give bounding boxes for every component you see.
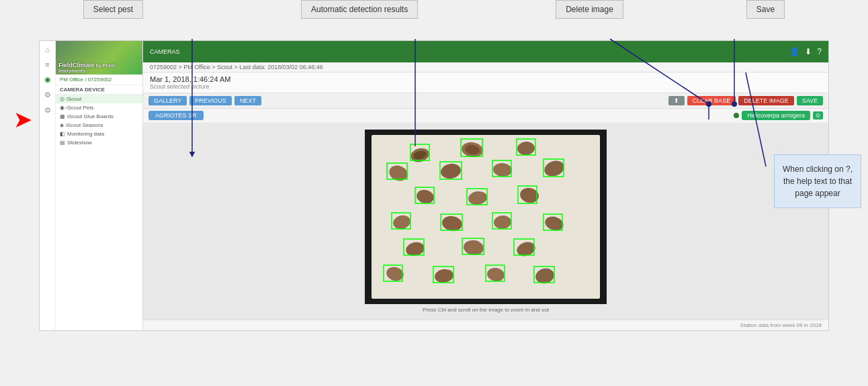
- annotation-labels-row: Select pest Automatic detection results …: [0, 0, 868, 40]
- helicoverpa-button[interactable]: Helicoverpa armigera: [742, 111, 810, 120]
- red-arrow: ➤: [14, 108, 31, 132]
- detection-svg: [365, 130, 607, 304]
- helicoverpa-container: Helicoverpa armigera 0: [734, 111, 823, 120]
- gallery-button[interactable]: GALLERY: [148, 96, 187, 105]
- help-tooltip-text: When clicking on ?, the help text to tha…: [783, 164, 853, 198]
- breadcrumb: 07259002 > PM Office > Scout > Last data…: [143, 62, 828, 73]
- camera-nav: AGRIOTES SR Helicoverpa armigera 0: [143, 109, 828, 123]
- delete-image-label: Delete image: [556, 0, 623, 19]
- help-tooltip: When clicking on ?, the help text to tha…: [774, 154, 861, 208]
- seasons-label: iScout Seasons: [66, 122, 103, 128]
- upload-button[interactable]: ⬆: [668, 96, 685, 105]
- previous-button[interactable]: PREVIOUS: [189, 96, 232, 105]
- pest-dropdown[interactable]: AGRIOTES SR: [148, 111, 204, 120]
- sidebar-home-icon[interactable]: ⌂: [45, 42, 50, 57]
- nav-item-slideshow[interactable]: ▤ Slideshow: [56, 138, 142, 147]
- header-icons: 👤 ⬇ ?: [789, 47, 822, 56]
- glue-boards-label: iScout Glue Boards: [67, 113, 114, 119]
- app-header: CAMERAS 👤 ⬇ ?: [143, 41, 828, 62]
- sidebar-menu-icon[interactable]: ≡: [45, 57, 49, 72]
- station-id: PM Office / 07259002: [56, 75, 142, 85]
- helicoverpa-dot: [734, 113, 739, 118]
- monitoring-label: Monitoring data: [67, 131, 104, 137]
- sidebar-camera-icon[interactable]: ◉: [44, 72, 51, 87]
- seasons-icon: ◈: [60, 122, 64, 128]
- sidebar-gear2-icon[interactable]: ⚙: [44, 103, 51, 118]
- nav-item-iscout-pets[interactable]: ◉ iScout Pets: [56, 103, 142, 112]
- slideshow-icon: ▤: [60, 140, 65, 146]
- nav-item-iscout[interactable]: ◎ iScout: [56, 95, 142, 103]
- header-user-icon[interactable]: 👤: [789, 47, 799, 56]
- monitoring-icon: ◧: [60, 131, 65, 137]
- left-nav-panel: FieldClimate by Pessl Instruments PM Off…: [56, 41, 143, 330]
- info-row: Mar 1, 2018, 1:46:24 AM Scout selected p…: [143, 73, 828, 93]
- app-window: ➤ ⌂ ≡ ◉ ⚙ ⚙ FieldClimate by Pessl Instru…: [39, 40, 829, 331]
- glue-boards-icon: ▦: [60, 113, 65, 119]
- select-pest-label: Select pest: [83, 0, 143, 19]
- toolbar: GALLERY PREVIOUS NEXT ⬆ CLEAR BASE DELET…: [143, 93, 828, 109]
- nav-item-monitoring[interactable]: ◧ Monitoring data: [56, 130, 142, 138]
- delete-image-button[interactable]: DELETE IMAGE: [738, 96, 794, 105]
- full-layout: Select pest Automatic detection results …: [0, 0, 868, 331]
- station-thumbnail: FieldClimate by Pessl Instruments: [56, 41, 142, 75]
- detection-image: [365, 130, 607, 304]
- selected-label: Scout selected picture: [150, 83, 822, 90]
- header-download-icon[interactable]: ⬇: [805, 47, 812, 56]
- main-content-area: CAMERAS 👤 ⬇ ? 07259002 > PM Office > Sco…: [143, 41, 828, 330]
- camera-device-label: CAMERA DEVICE: [56, 85, 142, 95]
- image-caption: Press Ctrl and scroll on the image to zo…: [423, 307, 549, 313]
- nav-item-glue-boards[interactable]: ▦ iScout Glue Boards: [56, 112, 142, 121]
- cameras-title: CAMERAS: [150, 48, 180, 55]
- auto-detection-label: Automatic detection results: [301, 0, 418, 19]
- brand-name: FieldClimate: [58, 62, 95, 68]
- clear-base-button[interactable]: CLEAR BASE: [687, 96, 736, 105]
- iscout-icon: ◎: [60, 96, 64, 102]
- status-bar: Station data from week 09 in 2018: [143, 320, 828, 330]
- station-logo: FieldClimate by Pessl Instruments: [58, 62, 142, 73]
- toolbar-right: ⬆ CLEAR BASE DELETE IMAGE SAVE: [668, 96, 823, 105]
- save-button[interactable]: SAVE: [797, 96, 823, 105]
- header-help-icon[interactable]: ?: [817, 47, 822, 56]
- icon-sidebar: ⌂ ≡ ◉ ⚙ ⚙: [40, 41, 56, 330]
- nav-item-seasons[interactable]: ◈ iScout Seasons: [56, 121, 142, 130]
- timestamp: Mar 1, 2018, 1:46:24 AM: [150, 75, 822, 83]
- slideshow-label: Slideshow: [67, 140, 91, 146]
- sidebar-gear-icon[interactable]: ⚙: [44, 87, 51, 103]
- save-label: Save: [746, 0, 785, 19]
- next-button[interactable]: NEXT: [234, 96, 261, 105]
- helicoverpa-count: 0: [813, 111, 823, 119]
- image-container: Press Ctrl and scroll on the image to zo…: [143, 123, 828, 320]
- iscout-label: iScout: [67, 96, 81, 102]
- iscout-pets-icon: ◉: [60, 105, 64, 111]
- iscout-pets-label: iScout Pets: [67, 105, 93, 111]
